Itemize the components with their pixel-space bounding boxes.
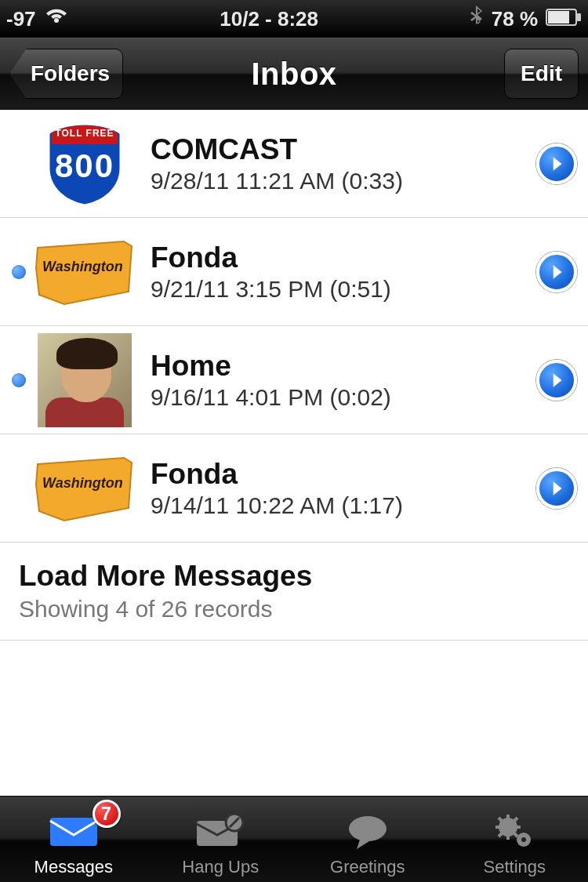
message-meta: 9/16/11 4:01 PM (0:02) [151,384,525,411]
message-row[interactable]: Home 9/16/11 4:01 PM (0:02) [0,326,588,434]
svg-point-7 [349,816,387,841]
wifi-icon [44,7,69,31]
load-more-row[interactable]: Load More Messages Showing 4 of 26 recor… [0,543,588,641]
svg-rect-3 [50,818,97,846]
tab-label: Greetings [330,857,405,877]
chevron-right-icon [546,262,567,282]
tab-label: Messages [34,857,113,877]
detail-disclosure-button[interactable] [536,143,577,184]
message-meta: 9/14/11 10:22 AM (1:17) [151,492,525,519]
caller-name: Home [151,350,525,383]
washington-state-icon: Washington [33,445,136,532]
tab-bar: 7 Messages Hang Ups Greetings [0,796,588,882]
message-text: COMCAST 9/28/11 11:21 AM (0:33) [136,133,525,194]
svg-rect-2 [577,13,581,21]
hangups-icon [195,810,245,854]
washington-state-icon: Washington [33,229,136,315]
detail-disclosure-button[interactable] [536,360,577,401]
detail-disclosure-button[interactable] [536,468,577,509]
message-text: Home 9/16/11 4:01 PM (0:02) [136,350,525,411]
caller-name: Fonda [151,458,525,491]
unread-dot-icon [12,373,26,387]
chevron-right-icon [546,154,567,174]
caller-name: Fonda [151,241,525,274]
tab-greetings[interactable]: Greetings [294,797,441,882]
tab-settings[interactable]: Settings [441,797,589,882]
avatar-slot [33,337,136,423]
message-row[interactable]: TOLL FREE 800 COMCAST 9/28/11 11:21 AM (… [0,110,588,218]
chevron-right-icon [546,478,567,499]
avatar-slot: Washington [33,229,136,315]
unread-dot-icon [12,265,26,279]
toll-free-label: TOLL FREE [45,128,124,139]
page-title: Inbox [251,56,336,92]
signal-strength: -97 [6,7,36,31]
message-row[interactable]: Washington Fonda 9/14/11 10:22 AM (1:17) [0,434,588,543]
message-meta: 9/21/11 3:15 PM (0:51) [151,276,525,303]
toll-free-800-icon: TOLL FREE 800 [45,121,124,207]
caller-name: COMCAST [151,133,525,166]
status-bar: -97 10/2 - 8:28 78 % [0,0,588,38]
toll-free-number: 800 [45,147,124,185]
edit-button[interactable]: Edit [504,49,579,99]
unread-indicator-slot [5,373,33,387]
tab-messages[interactable]: 7 Messages [0,797,147,882]
detail-disclosure-button[interactable] [536,252,577,292]
messages-icon [49,810,99,854]
washington-label: Washington [42,475,123,492]
avatar-slot: Washington [33,445,136,532]
bluetooth-icon [470,5,484,33]
battery-icon [546,7,582,31]
avatar-slot: TOLL FREE 800 [33,121,136,207]
tab-label: Settings [484,857,546,877]
screen: -97 10/2 - 8:28 78 % Folders Inbox Edit [0,0,588,882]
svg-point-11 [521,837,526,842]
message-row[interactable]: Washington Fonda 9/21/11 3:15 PM (0:51) [0,218,588,326]
status-datetime: 10/2 - 8:28 [220,7,318,31]
messages-badge: 7 [93,800,121,828]
nav-bar: Folders Inbox Edit [0,38,588,110]
greetings-icon [346,810,390,854]
message-meta: 9/28/11 11:21 AM (0:33) [151,168,525,194]
tab-label: Hang Ups [182,857,259,877]
status-left: -97 [6,7,69,31]
tab-hangups[interactable]: Hang Ups [147,797,295,882]
load-more-subtitle: Showing 4 of 26 records [19,596,569,622]
washington-label: Washington [42,259,123,275]
unread-indicator-slot [5,265,33,279]
message-text: Fonda 9/14/11 10:22 AM (1:17) [136,458,525,519]
status-right: 78 % [470,5,582,33]
message-text: Fonda 9/21/11 3:15 PM (0:51) [136,241,525,303]
message-list: TOLL FREE 800 COMCAST 9/28/11 11:21 AM (… [0,110,588,796]
load-more-title: Load More Messages [19,560,569,593]
folders-back-button[interactable]: Folders [9,49,123,99]
contact-photo-icon [33,337,136,423]
battery-percent: 78 % [492,7,538,31]
chevron-right-icon [546,370,567,390]
svg-rect-1 [548,11,569,24]
settings-icon [492,810,536,854]
